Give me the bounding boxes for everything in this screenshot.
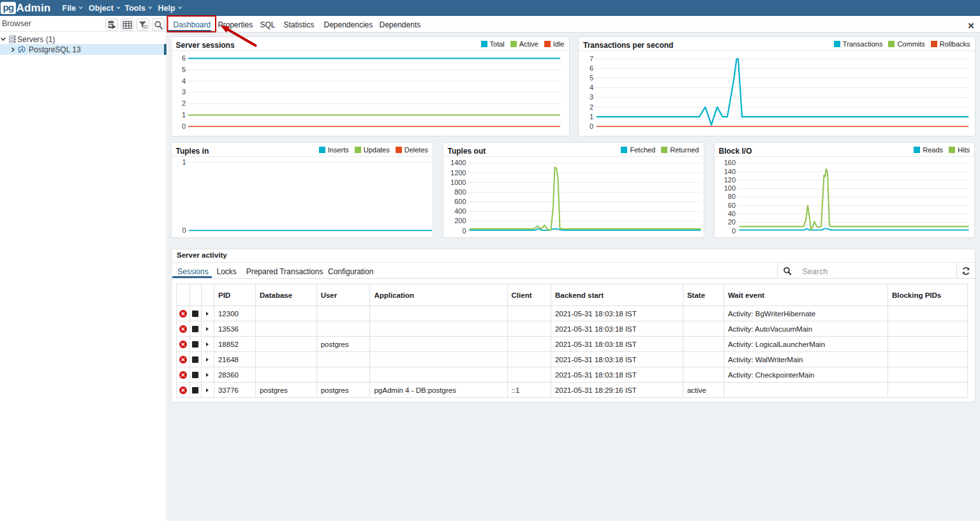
svg-text:3: 3	[181, 88, 185, 96]
svg-text:1: 1	[182, 158, 186, 166]
svg-text:3: 3	[590, 93, 593, 101]
svg-text:600: 600	[454, 198, 466, 205]
svg-text:20: 20	[727, 218, 735, 226]
svg-text:1200: 1200	[450, 169, 466, 177]
svg-text:0: 0	[462, 227, 466, 235]
svg-text:2: 2	[181, 99, 185, 107]
svg-text:5: 5	[181, 66, 185, 73]
svg-text:0: 0	[181, 122, 185, 130]
svg-text:400: 400	[454, 207, 466, 215]
svg-text:200: 200	[454, 217, 466, 224]
svg-text:120: 120	[724, 176, 735, 184]
svg-text:1400: 1400	[450, 159, 466, 166]
svg-text:0: 0	[731, 227, 735, 235]
svg-text:1: 1	[590, 113, 593, 121]
svg-text:6: 6	[590, 64, 593, 72]
svg-text:4: 4	[181, 77, 185, 85]
svg-text:1000: 1000	[450, 179, 466, 186]
svg-text:4: 4	[590, 84, 593, 91]
svg-text:60: 60	[727, 202, 735, 209]
svg-text:80: 80	[727, 193, 735, 200]
svg-text:100: 100	[724, 184, 735, 192]
svg-text:0: 0	[590, 122, 593, 130]
svg-text:6: 6	[181, 54, 185, 62]
svg-text:160: 160	[724, 159, 735, 166]
svg-text:1: 1	[181, 111, 185, 119]
svg-text:40: 40	[727, 210, 735, 217]
svg-text:5: 5	[590, 74, 593, 82]
svg-text:0: 0	[182, 226, 186, 234]
svg-text:800: 800	[454, 188, 466, 196]
svg-text:2: 2	[590, 103, 593, 111]
svg-text:7: 7	[590, 55, 593, 62]
svg-text:140: 140	[724, 168, 735, 175]
